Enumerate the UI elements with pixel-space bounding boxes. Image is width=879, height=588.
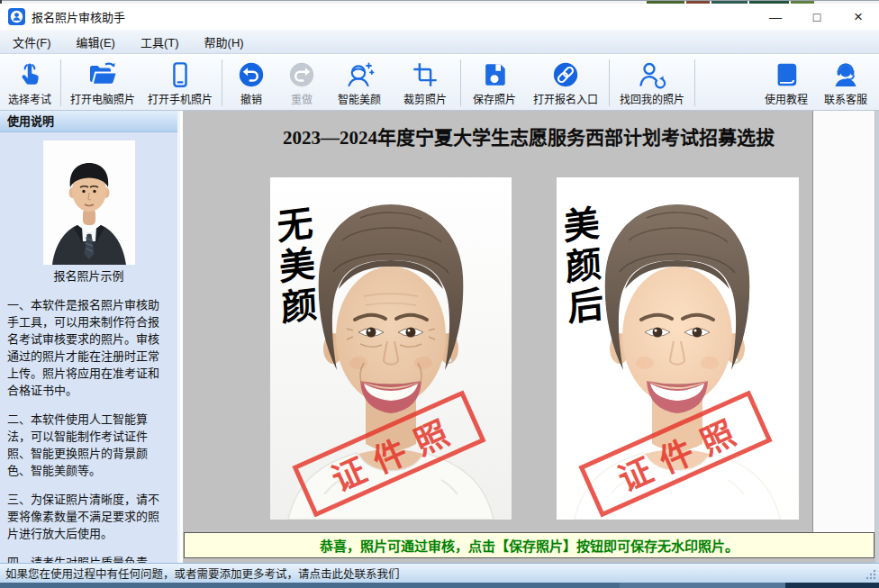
toolbar-right-group: 使用教程 联系客服: [757, 58, 875, 108]
open-computer-photo-button[interactable]: 打开电脑照片: [64, 58, 141, 108]
status-bar[interactable]: 如果您在使用过程中有任何问题，或者需要添加更多考试，请点击此处联系我们: [0, 563, 879, 583]
exam-title: 2023—2024年度宁夏大学生志愿服务西部计划考试招募选拔: [183, 122, 874, 149]
toolbar-label: 打开电脑照片: [70, 91, 135, 106]
title-bar: 报名照片审核助手 — □ ×: [0, 4, 879, 30]
photo-label-after-beauty: 美颜后: [560, 204, 603, 330]
app-logo-icon[interactable]: [8, 8, 25, 25]
menu-tools[interactable]: 工具(T): [139, 31, 181, 53]
phone-icon: [167, 59, 194, 90]
crop-photo-button[interactable]: 裁剪照片: [393, 58, 458, 108]
instruction-paragraph: 一、本软件是报名照片审核助手工具，可以用来制作符合报名考试审核要求的照片。审核通…: [7, 296, 170, 399]
sample-photo-caption: 报名照片示例: [0, 267, 177, 284]
toolbar-label: 使用教程: [765, 91, 808, 106]
open-folder-icon: [87, 59, 118, 90]
open-registration-button[interactable]: 打开报名入口: [525, 58, 606, 108]
toolbar-label: 智能美颜: [338, 91, 381, 106]
open-phone-photo-button[interactable]: 打开手机照片: [141, 58, 219, 108]
toolbar-separator: [460, 59, 461, 106]
toolbar-label: 选择考试: [8, 91, 51, 106]
toolbar-label: 找回我的照片: [620, 91, 684, 106]
photo-canvas: 2023—2024年度宁夏大学生志愿服务西部计划考试招募选拔 无美颜 证件照 美…: [183, 111, 879, 563]
app-window: 报名照片审核助手 — □ × 文件(F) 编辑(E) 工具(T) 帮助(H) 选…: [0, 0, 879, 588]
canvas-right-edge: [875, 111, 879, 563]
instruction-paragraph: 四、请考生对照片质量负责，如因照片质量影响考试、成绩或证书的，由考生本人负责。: [7, 554, 170, 563]
toolbar-label: 打开手机照片: [148, 91, 213, 106]
crop-icon: [412, 59, 439, 90]
instructions-text: 一、本软件是报名照片审核助手工具，可以用来制作符合报名考试审核要求的照片。审核通…: [0, 291, 177, 563]
menu-bar: 文件(F) 编辑(E) 工具(T) 帮助(H): [0, 30, 879, 54]
menu-file[interactable]: 文件(F): [11, 31, 53, 53]
menu-help[interactable]: 帮助(H): [203, 31, 246, 53]
toolbar-label: 保存照片: [473, 91, 516, 106]
beauty-face-icon: [344, 59, 375, 90]
sidebar-header: 使用说明: [0, 111, 177, 132]
redo-button[interactable]: 重做: [277, 58, 326, 108]
person-refresh-icon: [637, 59, 667, 90]
window-controls: — □ ×: [755, 4, 879, 30]
minimize-button[interactable]: —: [755, 4, 796, 30]
window-title: 报名照片审核助手: [32, 8, 125, 25]
undo-button[interactable]: 撤销: [225, 58, 277, 108]
link-icon: [551, 59, 580, 90]
photo-before-beauty: 无美颜 证件照: [270, 177, 512, 520]
undo-icon: [237, 59, 266, 90]
resize-grip[interactable]: [865, 568, 877, 581]
select-exam-button[interactable]: 选择考试: [2, 58, 58, 108]
toolbar-label: 撤销: [240, 91, 262, 106]
recover-photo-button[interactable]: 找回我的照片: [612, 58, 692, 108]
hand-click-icon: [16, 59, 43, 90]
close-button[interactable]: ×: [838, 4, 879, 30]
review-result-message: 恭喜，照片可通过审核，点击【保存照片】按钮即可保存无水印照片。: [184, 532, 874, 558]
toolbar: 选择考试 打开电脑照片 打开手机照片: [0, 54, 879, 111]
scrollbar-track[interactable]: [812, 111, 874, 532]
toolbar-separator: [60, 59, 61, 106]
save-icon: [481, 59, 508, 90]
toolbar-label: 联系客服: [824, 91, 867, 106]
status-contact-link[interactable]: 如果您在使用过程中有任何问题，或者需要添加更多考试，请点击此处联系我们: [5, 565, 400, 582]
toolbar-separator: [222, 59, 222, 106]
save-photo-button[interactable]: 保存照片: [464, 58, 525, 108]
toolbar-label: 打开报名入口: [533, 91, 598, 106]
tutorial-button[interactable]: 使用教程: [757, 58, 816, 108]
contact-support-button[interactable]: 联系客服: [816, 58, 875, 108]
redo-icon: [287, 59, 316, 90]
taskbar-sliver: [0, 583, 879, 588]
toolbar-separator: [609, 59, 610, 106]
smart-beauty-button[interactable]: 智能美颜: [326, 58, 393, 108]
sidebar-instructions: 使用说明 报名照片示例 一、本软件是报名照片审核助手工具，可以用来制作符合报名考…: [0, 111, 180, 563]
toolbar-separator: [694, 59, 695, 106]
maximize-button[interactable]: □: [796, 4, 838, 30]
instruction-paragraph: 三、为保证照片清晰度，请不要将像素数量不满足要求的照片进行放大后使用。: [7, 491, 170, 542]
photo-label-no-beauty: 无美颜: [274, 204, 316, 330]
headset-icon: [830, 59, 861, 90]
instruction-paragraph: 二、本软件使用人工智能算法，可以智能制作考试证件照、智能更换照片的背景颜色、智能…: [7, 411, 170, 479]
photo-after-beauty: 美颜后 证件照: [557, 177, 799, 520]
toolbar-label: 重做: [291, 91, 313, 106]
book-icon: [773, 59, 800, 90]
toolbar-label: 裁剪照片: [403, 91, 447, 106]
sample-id-photo: [43, 140, 135, 265]
menu-edit[interactable]: 编辑(E): [75, 31, 117, 53]
